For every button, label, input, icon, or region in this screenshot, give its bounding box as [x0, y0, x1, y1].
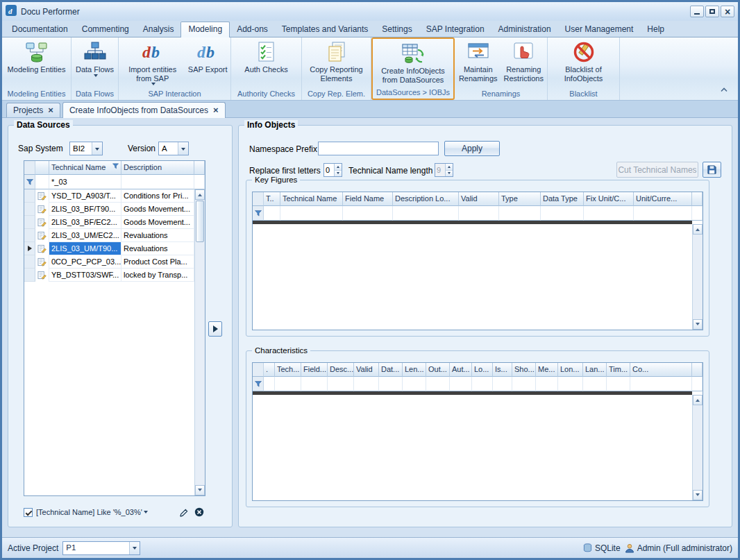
scroll-up-button[interactable]	[195, 189, 205, 200]
ch-column-header[interactable]: Aut...	[450, 363, 472, 377]
ch-column-header[interactable]: Len...	[403, 363, 426, 377]
save-button[interactable]	[703, 162, 721, 178]
chevron-down-icon[interactable]	[92, 142, 102, 155]
kf-column-header[interactable]: Data Type	[541, 192, 584, 206]
cell-technical-name[interactable]: 2LIS_03_UM/T90...	[49, 242, 121, 255]
filter-cell[interactable]	[403, 377, 426, 391]
tab-add-ons[interactable]: Add-ons	[230, 22, 275, 37]
scrollbar-thumb[interactable]	[196, 201, 204, 242]
copy-reporting-elements-button[interactable]: Copy Reporting Elements	[305, 39, 368, 89]
table-row[interactable]: 2LIS_03_BF/EC2... Goods Movement...	[24, 216, 194, 229]
filter-cell[interactable]	[459, 206, 499, 221]
filter-cell[interactable]	[584, 206, 634, 221]
scrollbar-track[interactable]	[195, 200, 205, 485]
namespace-prefix-input[interactable]	[318, 142, 439, 155]
kf-column-header[interactable]: Description Lo...	[393, 192, 459, 206]
maximize-button[interactable]	[705, 6, 719, 17]
kf-column-header[interactable]: Field Name	[343, 192, 393, 206]
filter-cell[interactable]	[472, 377, 493, 391]
table-row[interactable]: 2LIS_03_UM/EC2... Revaluations	[24, 229, 194, 242]
ch-column-header[interactable]: Out...	[426, 363, 450, 377]
filter-cell[interactable]	[343, 206, 393, 221]
filter-cell[interactable]	[301, 377, 328, 391]
filter-cell[interactable]	[499, 206, 541, 221]
data-flows-button[interactable]: Data Flows	[74, 39, 117, 89]
kf-column-header[interactable]: T..	[264, 192, 280, 206]
apply-button[interactable]: Apply	[444, 141, 500, 156]
active-filter-icon[interactable]	[112, 163, 119, 169]
filter-cell[interactable]	[512, 377, 536, 391]
maintain-renamings-button[interactable]: Maintain Renamings	[456, 39, 501, 89]
close-filter-button[interactable]	[193, 506, 205, 518]
cell-description[interactable]: locked by Transp...	[121, 269, 194, 282]
cell-technical-name[interactable]: 2LIS_03_BF/T90...	[49, 203, 121, 216]
table-row[interactable]: 0CO_PC_PCP_03... Product Cost Pla...	[24, 255, 194, 269]
scrollbar-track[interactable]	[693, 405, 703, 490]
tab-analysis[interactable]: Analysis	[136, 22, 181, 37]
tab-sap-integration[interactable]: SAP Integration	[419, 22, 491, 37]
spin-up-icon[interactable]	[335, 164, 342, 171]
filter-cell[interactable]	[264, 206, 280, 221]
cell-description[interactable]: Product Cost Pla...	[121, 255, 194, 269]
ch-column-header[interactable]: Valid	[354, 363, 379, 377]
minimize-button[interactable]	[690, 6, 704, 17]
filter-cell[interactable]	[541, 206, 584, 221]
replace-first-letters-spinner[interactable]	[323, 163, 342, 177]
kf-column-header[interactable]: Fix Unit/C...	[584, 192, 634, 206]
active-project-combo[interactable]: P1	[62, 541, 140, 555]
filter-expression[interactable]: [Technical Name] Like '%_03%'	[36, 508, 174, 516]
filter-cell[interactable]	[607, 377, 630, 391]
blacklist-of-infoobjects-button[interactable]: Blacklist of InfoObjects	[557, 39, 610, 89]
cell-technical-name[interactable]: 0CO_PC_PCP_03...	[49, 255, 121, 269]
ch-column-header[interactable]: Me...	[536, 363, 558, 377]
cut-technical-names-button[interactable]: Cut Technical Names	[616, 162, 698, 178]
cell-description[interactable]: Revaluations	[121, 242, 194, 255]
scroll-down-button[interactable]	[693, 319, 703, 330]
tab-settings[interactable]: Settings	[375, 22, 419, 37]
kf-column-header[interactable]: Type	[499, 192, 541, 206]
scroll-up-button[interactable]	[693, 224, 703, 235]
cell-description[interactable]: Goods Movement...	[121, 203, 194, 216]
ch-column-header[interactable]: Tim...	[607, 363, 630, 377]
sap-export-button[interactable]: db SAP Export	[186, 39, 229, 89]
filter-cell[interactable]	[393, 206, 459, 221]
filter-cell[interactable]	[630, 377, 692, 391]
filter-cell[interactable]	[426, 377, 450, 391]
ch-column-header[interactable]: Desc...	[328, 363, 354, 377]
filter-cell[interactable]	[264, 377, 275, 391]
tab-create-infoobjects-from-datasources[interactable]: Create InfoObjects from DataSources	[62, 102, 226, 118]
table-row[interactable]: YB_DSTT03/SWF... locked by Transp...	[24, 269, 194, 282]
cell-technical-name[interactable]: YSD_TD_A903/T...	[49, 189, 121, 203]
close-button[interactable]	[721, 6, 734, 17]
tab-administration[interactable]: Administration	[491, 22, 558, 37]
ch-column-header[interactable]: Lan...	[583, 363, 607, 377]
table-row-selected[interactable]: 2LIS_03_UM/T90... Revaluations	[24, 242, 194, 255]
filter-cell[interactable]	[280, 206, 343, 221]
tab-templates-and-variants[interactable]: Templates and Variants	[275, 22, 376, 37]
technical-name-column-header[interactable]: Technical Name	[49, 161, 121, 175]
filter-cell[interactable]	[536, 377, 558, 391]
chevron-down-icon[interactable]	[178, 142, 188, 155]
ch-column-header[interactable]: Field...	[301, 363, 328, 377]
kf-column-header[interactable]: Technical Name	[280, 192, 343, 206]
tab-modeling[interactable]: Modeling	[180, 22, 230, 37]
sap-system-combo[interactable]: BI2	[69, 142, 103, 155]
replace-first-letters-input[interactable]	[324, 164, 334, 176]
ch-column-header[interactable]: Is...	[493, 363, 512, 377]
cell-description[interactable]: Goods Movement...	[121, 216, 194, 229]
cell-description[interactable]: Revaluations	[121, 229, 194, 242]
table-row[interactable]: 2LIS_03_BF/T90... Goods Movement...	[24, 203, 194, 216]
spin-down-icon[interactable]	[335, 171, 342, 177]
cell-technical-name[interactable]: 2LIS_03_UM/EC2...	[49, 229, 121, 242]
cell-description[interactable]: Conditions for Pri...	[121, 189, 194, 203]
table-row[interactable]: YSD_TD_A903/T... Conditions for Pri...	[24, 189, 194, 203]
tab-projects[interactable]: Projects	[6, 103, 60, 117]
ch-column-header[interactable]: .	[264, 363, 275, 377]
tab-user-management[interactable]: User Management	[558, 22, 641, 37]
auth-checks-button[interactable]: Auth Checks	[239, 39, 294, 89]
kf-column-header[interactable]: Unit/Curre...	[634, 192, 692, 206]
filter-enabled-checkbox[interactable]	[24, 508, 33, 517]
vertical-scrollbar[interactable]	[692, 224, 703, 330]
ch-column-header[interactable]: Lo...	[472, 363, 493, 377]
ch-column-header[interactable]: Sho...	[512, 363, 536, 377]
